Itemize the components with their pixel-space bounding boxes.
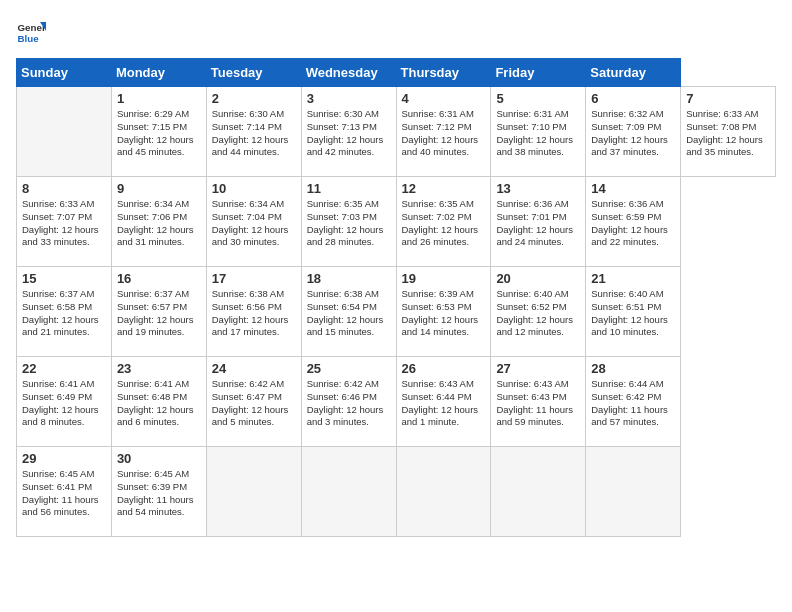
table-row: 5Sunrise: 6:31 AMSunset: 7:10 PMDaylight…	[491, 87, 586, 177]
table-row: 26Sunrise: 6:43 AMSunset: 6:44 PMDayligh…	[396, 357, 491, 447]
table-row: 12Sunrise: 6:35 AMSunset: 7:02 PMDayligh…	[396, 177, 491, 267]
table-row: 30Sunrise: 6:45 AMSunset: 6:39 PMDayligh…	[111, 447, 206, 537]
table-row: 21Sunrise: 6:40 AMSunset: 6:51 PMDayligh…	[586, 267, 681, 357]
calendar-week-5: 29Sunrise: 6:45 AMSunset: 6:41 PMDayligh…	[17, 447, 776, 537]
table-row: 16Sunrise: 6:37 AMSunset: 6:57 PMDayligh…	[111, 267, 206, 357]
table-row	[491, 447, 586, 537]
empty-cell	[17, 87, 112, 177]
table-row: 4Sunrise: 6:31 AMSunset: 7:12 PMDaylight…	[396, 87, 491, 177]
calendar-body: 1Sunrise: 6:29 AMSunset: 7:15 PMDaylight…	[17, 87, 776, 537]
table-row: 3Sunrise: 6:30 AMSunset: 7:13 PMDaylight…	[301, 87, 396, 177]
calendar-header-row: SundayMondayTuesdayWednesdayThursdayFrid…	[17, 59, 776, 87]
page-header: General Blue	[16, 16, 776, 46]
table-row: 8Sunrise: 6:33 AMSunset: 7:07 PMDaylight…	[17, 177, 112, 267]
table-row: 13Sunrise: 6:36 AMSunset: 7:01 PMDayligh…	[491, 177, 586, 267]
table-row: 17Sunrise: 6:38 AMSunset: 6:56 PMDayligh…	[206, 267, 301, 357]
svg-text:Blue: Blue	[18, 33, 40, 44]
table-row: 1Sunrise: 6:29 AMSunset: 7:15 PMDaylight…	[111, 87, 206, 177]
calendar-week-2: 8Sunrise: 6:33 AMSunset: 7:07 PMDaylight…	[17, 177, 776, 267]
table-row: 19Sunrise: 6:39 AMSunset: 6:53 PMDayligh…	[396, 267, 491, 357]
table-row	[301, 447, 396, 537]
table-row: 15Sunrise: 6:37 AMSunset: 6:58 PMDayligh…	[17, 267, 112, 357]
calendar-header-sunday: Sunday	[17, 59, 112, 87]
table-row: 20Sunrise: 6:40 AMSunset: 6:52 PMDayligh…	[491, 267, 586, 357]
table-row: 11Sunrise: 6:35 AMSunset: 7:03 PMDayligh…	[301, 177, 396, 267]
table-row: 7Sunrise: 6:33 AMSunset: 7:08 PMDaylight…	[681, 87, 776, 177]
calendar-week-1: 1Sunrise: 6:29 AMSunset: 7:15 PMDaylight…	[17, 87, 776, 177]
logo-icon: General Blue	[16, 16, 46, 46]
table-row: 29Sunrise: 6:45 AMSunset: 6:41 PMDayligh…	[17, 447, 112, 537]
table-row: 22Sunrise: 6:41 AMSunset: 6:49 PMDayligh…	[17, 357, 112, 447]
calendar-header-saturday: Saturday	[586, 59, 681, 87]
table-row: 24Sunrise: 6:42 AMSunset: 6:47 PMDayligh…	[206, 357, 301, 447]
table-row	[206, 447, 301, 537]
calendar-header-thursday: Thursday	[396, 59, 491, 87]
calendar-week-4: 22Sunrise: 6:41 AMSunset: 6:49 PMDayligh…	[17, 357, 776, 447]
calendar-header-friday: Friday	[491, 59, 586, 87]
calendar-header-tuesday: Tuesday	[206, 59, 301, 87]
table-row: 2Sunrise: 6:30 AMSunset: 7:14 PMDaylight…	[206, 87, 301, 177]
calendar-header-monday: Monday	[111, 59, 206, 87]
calendar-table: SundayMondayTuesdayWednesdayThursdayFrid…	[16, 58, 776, 537]
table-row: 6Sunrise: 6:32 AMSunset: 7:09 PMDaylight…	[586, 87, 681, 177]
table-row: 25Sunrise: 6:42 AMSunset: 6:46 PMDayligh…	[301, 357, 396, 447]
table-row: 23Sunrise: 6:41 AMSunset: 6:48 PMDayligh…	[111, 357, 206, 447]
table-row: 14Sunrise: 6:36 AMSunset: 6:59 PMDayligh…	[586, 177, 681, 267]
table-row: 9Sunrise: 6:34 AMSunset: 7:06 PMDaylight…	[111, 177, 206, 267]
logo: General Blue	[16, 16, 46, 46]
table-row	[396, 447, 491, 537]
table-row: 18Sunrise: 6:38 AMSunset: 6:54 PMDayligh…	[301, 267, 396, 357]
table-row: 27Sunrise: 6:43 AMSunset: 6:43 PMDayligh…	[491, 357, 586, 447]
table-row: 10Sunrise: 6:34 AMSunset: 7:04 PMDayligh…	[206, 177, 301, 267]
table-row	[586, 447, 681, 537]
calendar-header-wednesday: Wednesday	[301, 59, 396, 87]
calendar-week-3: 15Sunrise: 6:37 AMSunset: 6:58 PMDayligh…	[17, 267, 776, 357]
table-row: 28Sunrise: 6:44 AMSunset: 6:42 PMDayligh…	[586, 357, 681, 447]
